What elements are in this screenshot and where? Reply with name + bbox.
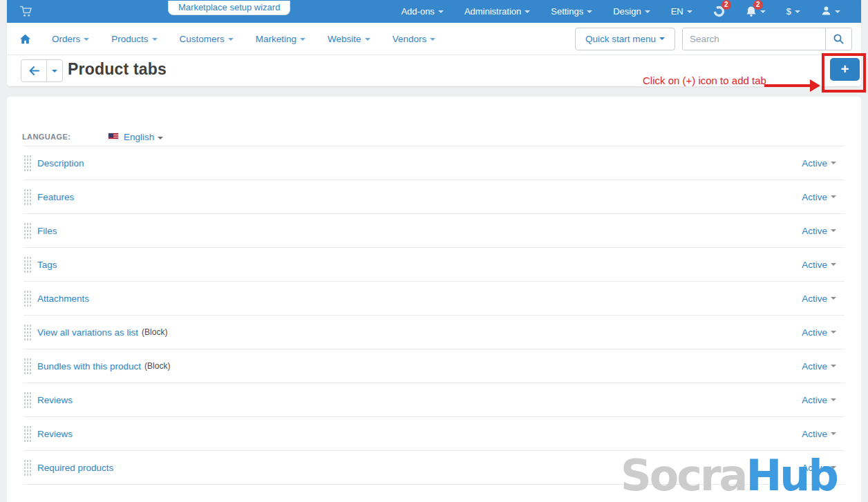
table-row: Attachments Active [23,282,845,316]
drag-handle-icon[interactable] [23,425,31,443]
tab-link[interactable]: Files [37,226,57,236]
nav-products[interactable]: Products [111,34,157,44]
annotation-highlight-box [822,53,866,93]
tab-link[interactable]: Features [37,192,74,202]
annotation-arrowhead-icon [810,79,820,92]
notifications-menu[interactable]: 2 [746,6,766,17]
status-dropdown[interactable]: Active [802,361,836,371]
tab-link[interactable]: Reviews [37,429,73,439]
table-row: Description Active [23,146,845,180]
chevron-down-icon [831,162,836,164]
chevron-down-icon[interactable] [158,137,163,139]
currency-label: $ [786,6,791,17]
language-selector[interactable]: English [124,132,154,142]
search-input[interactable] [683,28,825,50]
menu-design[interactable]: Design [613,6,650,17]
nav-customers[interactable]: Customers [180,34,234,44]
search-bar [682,28,852,50]
drag-handle-icon[interactable] [23,391,31,409]
notifications-badge: 2 [753,0,763,10]
marketplace-setup-wizard-button[interactable]: Marketplace setup wizard [168,1,290,15]
help-badge: 2 [721,0,731,10]
chevron-down-icon [525,10,530,13]
status-dropdown[interactable]: Active [802,192,836,202]
user-account-menu[interactable] [821,6,840,18]
status-label: Active [802,226,827,236]
chevron-down-icon [831,229,836,232]
chevron-down-icon [835,10,840,13]
menu-administration[interactable]: Administration [464,6,530,17]
status-label: Active [802,260,827,270]
watermark-gray: Socra [621,450,746,501]
storefront-cart-icon[interactable] [19,6,32,17]
status-dropdown[interactable]: Active [802,395,836,405]
status-dropdown[interactable]: Active [802,293,836,304]
drag-handle-icon[interactable] [23,289,31,307]
status-dropdown[interactable]: Active [802,158,836,168]
chevron-down-icon [795,10,800,13]
home-icon[interactable] [19,34,31,44]
search-icon[interactable] [825,28,851,50]
menu-add-ons[interactable]: Add-ons [401,6,443,17]
block-label: (Block) [144,361,170,371]
drag-handle-icon[interactable] [23,222,31,240]
nav-right-tools: Quick start menu [575,28,852,50]
quick-start-menu-button[interactable]: Quick start menu [575,28,675,50]
chevron-down-icon [659,37,665,40]
nav-orders-label: Orders [52,34,80,44]
nav-orders[interactable]: Orders [52,34,89,44]
back-button[interactable] [21,60,46,81]
drag-handle-icon[interactable] [23,323,31,341]
status-label: Active [802,293,827,304]
status-label: Active [802,158,827,168]
tab-link[interactable]: Reviews [37,395,73,405]
drag-handle-icon[interactable] [23,255,31,273]
table-row: Features Active [23,180,845,214]
quick-start-label: Quick start menu [585,34,656,44]
chevron-down-icon [831,365,836,367]
menu-design-label: Design [613,6,641,17]
tab-link[interactable]: Tags [37,260,57,270]
watermark-blue: Hub [746,450,836,501]
table-row: Files Active [23,214,845,248]
tab-link[interactable]: View all variations as list [37,327,138,338]
status-dropdown[interactable]: Active [802,327,836,338]
menu-settings-label: Settings [551,6,583,17]
chevron-down-icon [84,38,89,41]
tab-link[interactable]: Required products [37,463,113,473]
help-center-icon[interactable]: 2 [713,6,725,17]
drag-handle-icon[interactable] [23,154,31,172]
status-label: Active [802,429,827,439]
menu-settings[interactable]: Settings [551,6,592,17]
nav-vendors[interactable]: Vendors [393,34,436,44]
status-dropdown[interactable]: Active [802,226,836,236]
product-tabs-panel: LANGUAGE: English Description Active Fea… [7,97,861,502]
tab-list: Description Active Features Active Files… [23,146,845,485]
admin-page: Marketplace setup wizard Add-ons Adminis… [0,0,868,502]
us-flag-icon[interactable] [108,133,119,140]
back-history-dropdown[interactable] [46,60,62,81]
nav-marketing[interactable]: Marketing [256,34,305,44]
currency-menu[interactable]: $ [786,6,800,17]
tab-link[interactable]: Bundles with this product [37,361,141,371]
nav-products-label: Products [111,34,148,44]
status-dropdown[interactable]: Active [802,260,836,270]
menu-administration-label: Administration [464,6,521,17]
tab-link[interactable]: Description [37,158,84,168]
chevron-down-icon [152,38,158,41]
status-label: Active [802,192,827,202]
drag-handle-icon[interactable] [23,188,31,206]
table-row: Reviews Active [23,383,845,417]
chevron-down-icon [831,195,836,198]
drag-handle-icon[interactable] [23,458,31,476]
status-label: Active [802,361,827,371]
topbar: Marketplace setup wizard Add-ons Adminis… [7,0,861,23]
tab-link[interactable]: Attachments [37,293,89,304]
nav-website[interactable]: Website [328,34,370,44]
drag-handle-icon[interactable] [23,357,31,375]
status-dropdown[interactable]: Active [802,429,836,439]
topbar-menus: Add-ons Administration Settings Design E… [401,0,840,23]
chevron-down-icon [831,331,836,334]
chevron-down-icon [831,432,836,435]
menu-language-en[interactable]: EN [671,6,692,17]
